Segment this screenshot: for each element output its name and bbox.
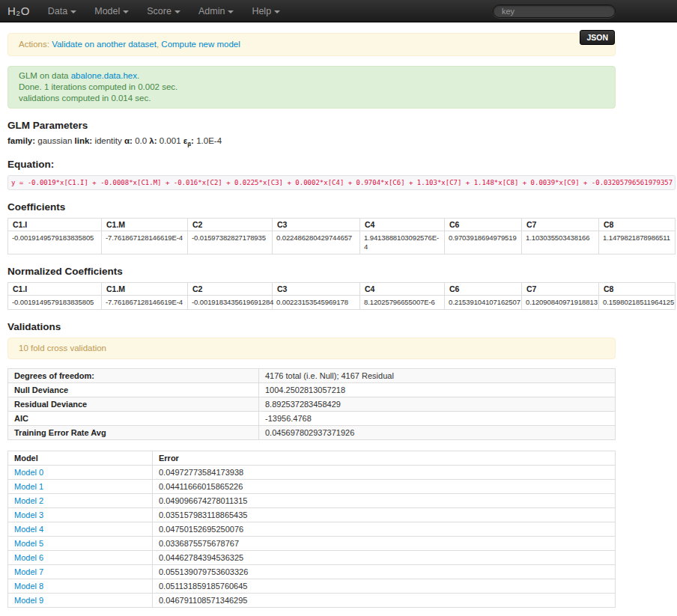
cross-validation-note: 10 fold cross validation	[7, 338, 616, 359]
model-link[interactable]: Model 6	[14, 553, 43, 562]
table-row: Residual Deviance8.892537283458429	[8, 397, 616, 412]
navbar-item[interactable]: Model	[85, 6, 138, 16]
actions-bar: Actions: Validate on another dataset, Co…	[7, 33, 616, 56]
stat-label: Null Deviance	[8, 383, 259, 397]
model-link[interactable]: Model 1	[14, 482, 43, 491]
stat-label: Training Error Rate Avg	[8, 426, 259, 440]
coefficient-column-header: C4	[360, 219, 445, 231]
model-link[interactable]: Model 4	[14, 525, 43, 534]
coefficient-value: 1.103035503438166	[522, 231, 599, 254]
model-error-value: 0.04972773584173938	[153, 466, 616, 480]
table-row: Model 20.049096674278011315	[8, 494, 616, 508]
model-link[interactable]: Model 9	[14, 596, 43, 605]
model-cell: Model 9	[8, 594, 153, 608]
navbar-item-label: Score	[147, 6, 171, 16]
table-row: Null Deviance1004.2502813057218	[8, 383, 616, 397]
model-link[interactable]: Model 3	[14, 510, 43, 519]
model-cell: Model 4	[8, 522, 153, 537]
error-column-header: Error	[153, 451, 616, 466]
model-cell: Model 2	[8, 494, 153, 508]
coefficient-column-header: C8	[599, 283, 676, 296]
coefficient-value: -0.0019183435619691284	[188, 296, 273, 310]
navbar: H₂O Data Model Score Admin Help	[0, 0, 677, 22]
coefficients-table: C1.IC1.MC2C3C4C6C7C8 -0.0019149579183835…	[7, 218, 676, 254]
link-value: identity	[94, 136, 121, 145]
dataset-link[interactable]: abalone.data.hex	[71, 71, 137, 80]
table-row: Model 50.0336875575678767	[8, 537, 616, 551]
chevron-down-icon	[123, 10, 129, 13]
validation-stats-table: Degrees of freedom:4176 total (i.e. Null…	[7, 368, 616, 440]
equation-code: y = -0.0019*x[C1.I] + -0.0008*x[C1.M] + …	[7, 175, 676, 190]
model-error-value: 0.035157983118865435	[153, 508, 616, 522]
alpha-value: 0.0	[135, 136, 147, 145]
glm-parameters-line: family: gaussian link: identity α: 0.0 λ…	[7, 136, 616, 147]
navbar-item[interactable]: Admin	[189, 6, 243, 16]
coefficients-heading: Coefficients	[7, 201, 616, 213]
model-link[interactable]: Model 0	[14, 468, 43, 477]
model-error-value: 0.049096674278011315	[153, 494, 616, 508]
table-row: Model 70.055139079753603326	[8, 565, 616, 579]
stat-value: 4176 total (i.e. Null); 4167 Residual	[259, 369, 616, 383]
coefficient-value: -7.761867128146619E-4	[102, 231, 188, 254]
stat-value: 8.892537283458429	[259, 397, 616, 412]
actions-links: Validate on another dataset, Compute new…	[52, 40, 240, 49]
navbar-item[interactable]: Score	[138, 6, 189, 16]
action-link-wrap: Validate on another dataset,	[52, 40, 161, 49]
actions-label: Actions:	[19, 40, 49, 49]
coefficient-column-header: C3	[273, 283, 360, 296]
glm-parameters-heading: GLM Parameters	[7, 120, 616, 131]
table-row: Model 60.04462784394536325	[8, 551, 616, 565]
action-link[interactable]: Compute new model	[161, 40, 240, 49]
json-button[interactable]: JSON	[580, 30, 615, 45]
status-line1-suffix: .	[137, 71, 139, 80]
model-error-value: 0.051131859185760645	[153, 579, 616, 594]
coefficient-value: 1.9413888103092576E-4	[360, 231, 445, 254]
model-error-value: 0.04462784394536325	[153, 551, 616, 565]
table-row: Model 00.04972773584173938	[8, 466, 616, 480]
alpha-label: α:	[124, 136, 133, 145]
coefficient-value: 1.1479821878986511	[599, 231, 676, 254]
status-line-3: validations computed in 0.014 sec.	[19, 93, 604, 104]
table-row: AIC-13956.4768	[8, 412, 616, 426]
search-input[interactable]	[493, 4, 616, 18]
coefficient-column-header: C3	[273, 219, 360, 231]
model-link[interactable]: Model 8	[14, 582, 43, 591]
table-row: Model 30.035157983118865435	[8, 508, 616, 522]
model-error-value: 0.04411666015865226	[153, 480, 616, 494]
table-row: Model 80.051131859185760645	[8, 579, 616, 594]
coefficient-value: 0.022486280429744657	[273, 231, 360, 254]
normalized-coefficients-table: C1.IC1.MC2C3C4C6C7C8 -0.0019149579183835…	[7, 282, 676, 310]
model-error-value: 0.04750152695250076	[153, 522, 616, 537]
model-cell: Model 7	[8, 565, 153, 579]
action-link[interactable]: Validate on another dataset	[52, 40, 157, 49]
stat-label: Degrees of freedom:	[8, 369, 259, 383]
link-label: link:	[75, 136, 93, 145]
table-row: Model 90.046791108571346295	[8, 594, 616, 608]
coefficient-column-header: C8	[599, 219, 676, 231]
coefficient-column-header: C4	[360, 283, 445, 296]
model-link[interactable]: Model 2	[14, 496, 43, 505]
coefficient-column-header: C7	[522, 283, 599, 296]
model-link[interactable]: Model 5	[14, 539, 43, 548]
page-content: Actions: Validate on another dataset, Co…	[7, 33, 616, 608]
stat-value: -13956.4768	[259, 412, 616, 426]
stat-label: Residual Deviance	[8, 397, 259, 412]
table-row: Model 10.04411666015865226	[8, 480, 616, 494]
coefficient-column-header: C2	[188, 219, 273, 231]
coefficient-value: -0.01597382827178935	[188, 231, 273, 254]
coefficient-value: 0.15980218511964125	[599, 296, 676, 310]
coefficient-column-header: C7	[522, 219, 599, 231]
navbar-item[interactable]: Help	[243, 6, 289, 16]
chevron-down-icon	[174, 10, 180, 13]
navbar-item-label: Help	[252, 6, 271, 16]
coefficient-column-header: C1.M	[102, 219, 188, 231]
model-link[interactable]: Model 7	[14, 567, 43, 576]
epsilon-label: εβ:	[183, 136, 194, 145]
lambda-value: 0.001	[160, 136, 181, 145]
navbar-item[interactable]: Data	[39, 6, 85, 16]
validations-heading: Validations	[7, 321, 616, 332]
normalized-coefficients-heading: Normalized Coefficients	[7, 266, 616, 277]
model-error-value: 0.046791108571346295	[153, 594, 616, 608]
lambda-label: λ:	[149, 136, 157, 145]
navbar-item-label: Data	[48, 6, 67, 16]
